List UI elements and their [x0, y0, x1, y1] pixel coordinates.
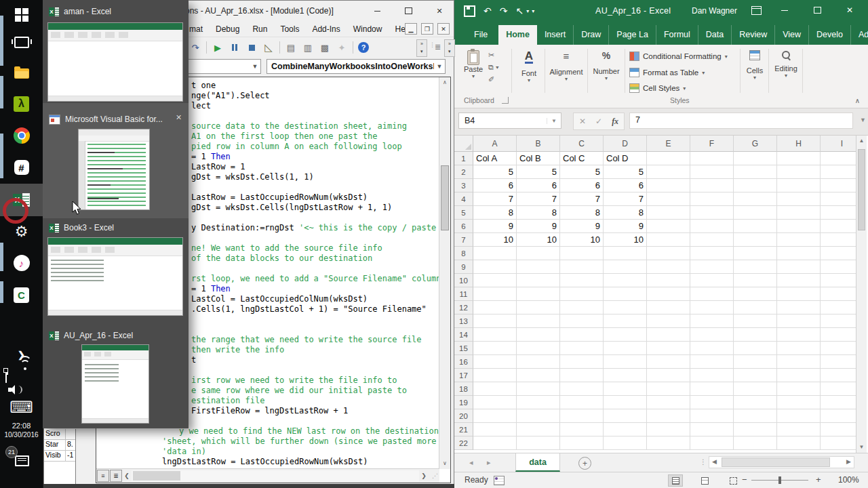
- col-header-e[interactable]: E: [647, 136, 690, 152]
- sheet-nav-right-icon[interactable]: ▸: [487, 458, 491, 467]
- scroll-right-icon[interactable]: ❯: [419, 472, 429, 479]
- row-header-10[interactable]: 10: [454, 274, 473, 287]
- cell-B18[interactable]: [517, 382, 560, 396]
- vbe-minimize-button[interactable]: [368, 5, 387, 17]
- cell-G8[interactable]: [734, 247, 777, 260]
- cell-G6[interactable]: [734, 220, 777, 233]
- row-header-18[interactable]: 18: [454, 382, 473, 396]
- vscroll-thumb[interactable]: [441, 165, 449, 230]
- cell-B9[interactable]: [517, 260, 560, 274]
- col-header-d[interactable]: D: [604, 136, 647, 152]
- format-painter-icon[interactable]: ✐: [488, 75, 499, 84]
- sheet-tab-data[interactable]: data: [515, 453, 560, 472]
- cell-G20[interactable]: [734, 409, 777, 423]
- row-header-7[interactable]: 7: [454, 233, 473, 247]
- cell-E13[interactable]: [647, 314, 690, 328]
- cell-B20[interactable]: [517, 409, 560, 423]
- cell-G12[interactable]: [734, 301, 777, 314]
- mdi-minimize-icon[interactable]: ▁: [405, 23, 417, 35]
- preview-thumbnail-aman[interactable]: [47, 22, 183, 102]
- cell-H3[interactable]: [777, 179, 821, 192]
- format-as-table-button[interactable]: Format as Table ▾: [629, 68, 705, 77]
- tab-review[interactable]: Review: [732, 25, 775, 45]
- object-dropdown[interactable]: ▼: [188, 59, 261, 74]
- row-header-6[interactable]: 6: [454, 220, 473, 233]
- cell-I1[interactable]: [821, 152, 856, 165]
- cell-B12[interactable]: [517, 301, 560, 314]
- touch-mode-dropdown-icon[interactable]: ▾: [526, 8, 529, 14]
- cell-H9[interactable]: [777, 260, 821, 274]
- cell-A21[interactable]: [473, 423, 517, 436]
- cell-D11[interactable]: [604, 287, 647, 301]
- mdi-restore-icon[interactable]: ❐: [421, 23, 433, 35]
- tab-data[interactable]: Data: [698, 25, 732, 45]
- ribbon-display-options-button[interactable]: [746, 0, 766, 20]
- row-header-19[interactable]: 19: [454, 396, 473, 409]
- cell-C20[interactable]: [560, 409, 604, 423]
- cell-G3[interactable]: [734, 179, 777, 192]
- tab-view[interactable]: View: [775, 25, 809, 45]
- cell-E20[interactable]: [647, 409, 690, 423]
- cell-F8[interactable]: [690, 247, 734, 260]
- touch-mode-icon[interactable]: ↖: [515, 4, 524, 18]
- cell-I19[interactable]: [821, 396, 856, 409]
- indent-toolbar-icon[interactable]: ≣: [435, 43, 441, 52]
- confirm-entry-icon[interactable]: ✓: [595, 117, 602, 126]
- cell-D7[interactable]: 10: [604, 233, 647, 247]
- task-view-button[interactable]: [0, 27, 43, 57]
- name-box[interactable]: B4 ▼: [458, 113, 561, 129]
- cell-E8[interactable]: [647, 247, 690, 260]
- cell-H5[interactable]: [777, 206, 821, 220]
- cell-C5[interactable]: 8: [560, 206, 604, 220]
- property-row[interactable]: Scro: [44, 429, 75, 440]
- paste-button[interactable]: Paste ▾: [461, 50, 486, 79]
- col-header-b[interactable]: B: [517, 136, 560, 152]
- maximize-button[interactable]: [807, 0, 827, 20]
- clock[interactable]: 22:08 10/30/2016: [0, 422, 43, 439]
- redo-icon[interactable]: ↷: [189, 41, 201, 54]
- cell-E5[interactable]: [647, 206, 690, 220]
- cell-D21[interactable]: [604, 423, 647, 436]
- vbe-menu-window[interactable]: Window: [353, 24, 382, 34]
- cell-F10[interactable]: [690, 274, 734, 287]
- cell-B15[interactable]: [517, 342, 560, 355]
- sheet-nav-left-icon[interactable]: ◂: [469, 458, 473, 467]
- tab-draw[interactable]: Draw: [574, 25, 609, 45]
- cell-F6[interactable]: [690, 220, 734, 233]
- zoom-slider-handle[interactable]: [778, 476, 781, 484]
- cell-F1[interactable]: [690, 152, 734, 165]
- cell-B10[interactable]: [517, 274, 560, 287]
- col-header-h[interactable]: H: [777, 136, 821, 152]
- cell-G7[interactable]: [734, 233, 777, 247]
- col-header-c[interactable]: C: [560, 136, 604, 152]
- property-row[interactable]: Visib-1: [44, 451, 75, 462]
- cell-I22[interactable]: [821, 436, 856, 450]
- formula-bar-input[interactable]: 7: [629, 113, 853, 129]
- cell-E16[interactable]: [647, 355, 690, 369]
- cell-I20[interactable]: [821, 409, 856, 423]
- preview-thumbnail-au-apr-16[interactable]: [81, 344, 149, 424]
- cell-A17[interactable]: [473, 369, 517, 382]
- cell-D8[interactable]: [604, 247, 647, 260]
- preview-thumbnail-vbe[interactable]: [78, 129, 150, 210]
- cell-I4[interactable]: [821, 192, 856, 206]
- toolbar-overflow-icon[interactable]: »▾: [416, 39, 427, 57]
- cell-D19[interactable]: [604, 396, 647, 409]
- lambda-app-button[interactable]: λ: [0, 89, 43, 119]
- cell-C21[interactable]: [560, 423, 604, 436]
- cell-D3[interactable]: 6: [604, 179, 647, 192]
- cell-G13[interactable]: [734, 314, 777, 328]
- cell-B21[interactable]: [517, 423, 560, 436]
- cell-C7[interactable]: 10: [560, 233, 604, 247]
- cells-group-button[interactable]: Cells ▾: [743, 50, 767, 81]
- scroll-down-icon[interactable]: ∨: [441, 460, 449, 468]
- cell-A1[interactable]: Col A: [473, 152, 517, 165]
- cut-icon[interactable]: ✂: [488, 50, 499, 60]
- zoom-level[interactable]: 100%: [838, 475, 859, 485]
- cell-E10[interactable]: [647, 274, 690, 287]
- cell-B8[interactable]: [517, 247, 560, 260]
- vbe-menu-tools[interactable]: Tools: [280, 24, 299, 34]
- toolbox-icon[interactable]: ✦: [336, 41, 348, 54]
- cell-I14[interactable]: [821, 328, 856, 342]
- vbe-close-button[interactable]: ✕: [430, 5, 449, 17]
